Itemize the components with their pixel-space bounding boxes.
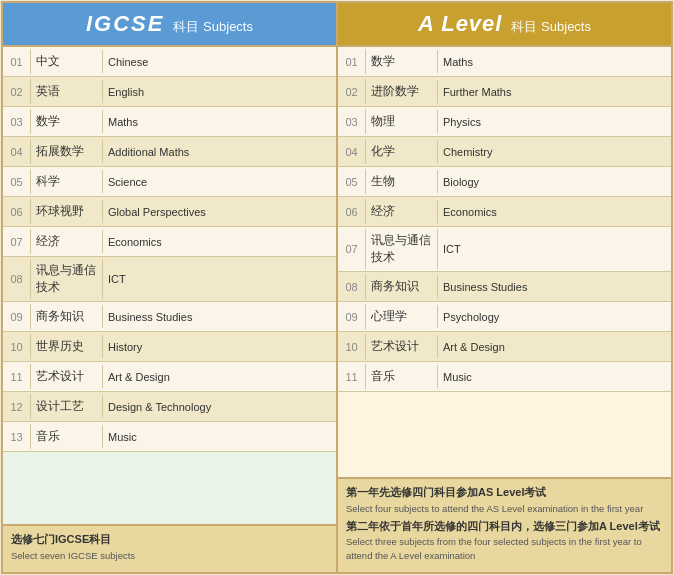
row-num: 01	[338, 49, 366, 74]
subject-en: Business Studies	[438, 278, 671, 296]
table-row: 09 心理学 Psychology	[338, 302, 671, 332]
row-num: 10	[338, 334, 366, 359]
subject-zh: 讯息与通信技术	[366, 229, 438, 269]
subject-zh: 经济	[366, 200, 438, 223]
main-container: IGCSE 科目 Subjects 01 中文 Chinese 02 英语 En…	[1, 1, 673, 574]
subject-zh: 艺术设计	[366, 335, 438, 358]
row-num: 03	[3, 109, 31, 134]
alevel-panel: A Level 科目 Subjects 01 数学 Maths 02 进阶数学 …	[338, 3, 671, 572]
table-row: 05 科学 Science	[3, 167, 336, 197]
table-row: 08 商务知识 Business Studies	[338, 272, 671, 302]
subject-zh: 设计工艺	[31, 395, 103, 418]
alevel-header-subtitle: 科目 Subjects	[511, 19, 591, 34]
subject-zh: 讯息与通信技术	[31, 259, 103, 299]
subject-en: Business Studies	[103, 308, 336, 326]
row-num: 10	[3, 334, 31, 359]
igcse-subject-list: 01 中文 Chinese 02 英语 English 03 数学 Maths …	[3, 47, 336, 524]
igcse-panel: IGCSE 科目 Subjects 01 中文 Chinese 02 英语 En…	[3, 3, 338, 572]
subject-zh: 经济	[31, 230, 103, 253]
igcse-brand: IGCSE	[86, 11, 164, 36]
subject-en: English	[103, 83, 336, 101]
subject-en: Economics	[103, 233, 336, 251]
row-num: 03	[338, 109, 366, 134]
subject-en: Science	[103, 173, 336, 191]
subject-en: Psychology	[438, 308, 671, 326]
table-row: 03 物理 Physics	[338, 107, 671, 137]
table-row: 02 英语 English	[3, 77, 336, 107]
igcse-header: IGCSE 科目 Subjects	[3, 3, 336, 47]
row-num: 07	[3, 229, 31, 254]
table-row: 10 艺术设计 Art & Design	[338, 332, 671, 362]
igcse-zh: 科目	[173, 19, 199, 34]
subject-en: Maths	[103, 113, 336, 131]
table-row: 05 生物 Biology	[338, 167, 671, 197]
subject-en: Additional Maths	[103, 143, 336, 161]
igcse-footer-zh: 选修七门IGCSE科目	[11, 532, 328, 547]
row-num: 04	[338, 139, 366, 164]
table-row: 01 数学 Maths	[338, 47, 671, 77]
subject-zh: 化学	[366, 140, 438, 163]
subject-zh: 数学	[366, 50, 438, 73]
row-num: 11	[3, 364, 31, 389]
table-row: 04 化学 Chemistry	[338, 137, 671, 167]
subject-zh: 音乐	[366, 365, 438, 388]
table-row: 08 讯息与通信技术 ICT	[3, 257, 336, 302]
alevel-en: Subjects	[541, 19, 591, 34]
table-row: 12 设计工艺 Design & Technology	[3, 392, 336, 422]
igcse-footer: 选修七门IGCSE科目 Select seven IGCSE subjects	[3, 524, 336, 572]
alevel-note1-zh: 第一年先选修四门科目参加AS Level考试	[346, 485, 663, 500]
subject-zh: 进阶数学	[366, 80, 438, 103]
subject-zh: 艺术设计	[31, 365, 103, 388]
table-row: 06 环球视野 Global Perspectives	[3, 197, 336, 227]
subject-en: Music	[103, 428, 336, 446]
alevel-note2-en: Select three subjects from the four sele…	[346, 535, 663, 562]
row-num: 02	[338, 79, 366, 104]
subject-en: Music	[438, 368, 671, 386]
row-num: 01	[3, 49, 31, 74]
igcse-en: Subjects	[203, 19, 253, 34]
igcse-footer-en: Select seven IGCSE subjects	[11, 549, 328, 562]
row-num: 08	[338, 274, 366, 299]
table-row: 03 数学 Maths	[3, 107, 336, 137]
table-row: 07 经济 Economics	[3, 227, 336, 257]
alevel-brand: A Level	[418, 11, 502, 36]
row-num: 11	[338, 364, 366, 389]
alevel-zh: 科目	[511, 19, 537, 34]
subject-en: Chinese	[103, 53, 336, 71]
table-row: 06 经济 Economics	[338, 197, 671, 227]
subject-en: Economics	[438, 203, 671, 221]
subject-zh: 中文	[31, 50, 103, 73]
table-row: 11 音乐 Music	[338, 362, 671, 392]
table-row: 10 世界历史 History	[3, 332, 336, 362]
subject-zh: 拓展数学	[31, 140, 103, 163]
subject-en: Art & Design	[103, 368, 336, 386]
alevel-note2-zh: 第二年依于首年所选修的四门科目内，选修三门参加A Level考试	[346, 519, 663, 534]
row-num: 06	[338, 199, 366, 224]
table-row: 09 商务知识 Business Studies	[3, 302, 336, 332]
subject-en: Global Perspectives	[103, 203, 336, 221]
row-num: 05	[338, 169, 366, 194]
subject-zh: 英语	[31, 80, 103, 103]
alevel-header: A Level 科目 Subjects	[338, 3, 671, 47]
row-num: 07	[338, 229, 366, 269]
table-row: 07 讯息与通信技术 ICT	[338, 227, 671, 272]
igcse-header-subtitle: 科目 Subjects	[173, 19, 253, 34]
row-num: 05	[3, 169, 31, 194]
subject-zh: 科学	[31, 170, 103, 193]
alevel-footer: 第一年先选修四门科目参加AS Level考试 Select four subje…	[338, 477, 671, 572]
alevel-subject-list: 01 数学 Maths 02 进阶数学 Further Maths 03 物理 …	[338, 47, 671, 477]
subject-zh: 生物	[366, 170, 438, 193]
subject-zh: 心理学	[366, 305, 438, 328]
subject-en: Chemistry	[438, 143, 671, 161]
subject-en: Physics	[438, 113, 671, 131]
row-num: 09	[338, 304, 366, 329]
subject-zh: 音乐	[31, 425, 103, 448]
row-num: 04	[3, 139, 31, 164]
row-num: 02	[3, 79, 31, 104]
subject-en: Biology	[438, 173, 671, 191]
row-num: 06	[3, 199, 31, 224]
row-num: 13	[3, 424, 31, 449]
table-row: 13 音乐 Music	[3, 422, 336, 452]
subject-en: ICT	[438, 240, 671, 258]
subject-zh: 世界历史	[31, 335, 103, 358]
